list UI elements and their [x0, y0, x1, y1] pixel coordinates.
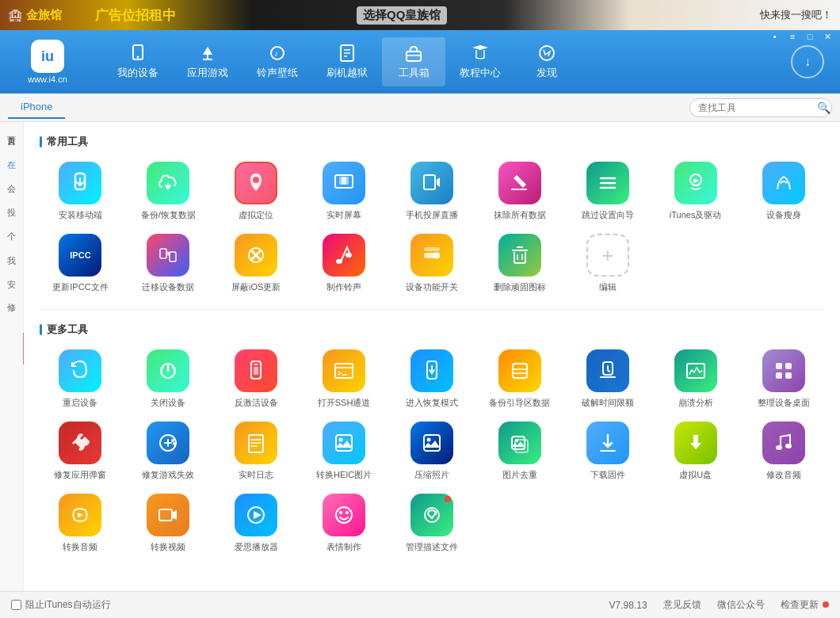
feature-switch-icon: [410, 234, 453, 277]
itunes-checkbox-label[interactable]: 阻止iTunes自动运行: [11, 598, 111, 612]
nav-label-my-device: 我的设备: [117, 66, 158, 80]
tool-block-update[interactable]: 屏蔽iOS更新: [216, 234, 297, 293]
profile-label: 管理描述文件: [406, 541, 458, 553]
backup-icon: [147, 162, 189, 204]
tool-ringtone[interactable]: 制作铃声: [304, 234, 385, 293]
convert-video-label: 转换视频: [151, 541, 185, 553]
tool-convert-audio[interactable]: 转换音频: [40, 494, 121, 553]
tool-fix-game[interactable]: 修复游戏失效: [128, 422, 209, 481]
itunes-checkbox[interactable]: [11, 600, 21, 610]
tool-heic[interactable]: 转换HEIC图片: [304, 422, 385, 481]
crash-analysis-label: 崩溃分析: [678, 397, 713, 409]
tool-screen-live[interactable]: 手机投屏直播: [391, 162, 473, 221]
ipcc-label: 更新IPCC文件: [52, 281, 108, 293]
nav-label-tutorial: 教程中心: [460, 66, 501, 80]
nav-item-tutorial[interactable]: 教程中心: [445, 37, 515, 86]
emoji-label: 表情制作: [326, 541, 361, 553]
tool-reboot[interactable]: 重启设备: [40, 349, 121, 409]
convert-audio-icon: [59, 494, 101, 536]
nav-item-apps[interactable]: 应用游戏: [173, 37, 242, 86]
svg-rect-56: [249, 435, 263, 452]
tool-virtual-location[interactable]: 虚拟定位: [216, 162, 297, 221]
tool-erase-data[interactable]: 抹除所有数据: [479, 162, 560, 221]
close-icon[interactable]: ✕: [821, 30, 834, 43]
common-tools-title: 常用工具: [40, 135, 824, 149]
tool-modify-audio[interactable]: 修改音频: [743, 422, 824, 481]
tool-itunes[interactable]: iTunes及驱动: [655, 162, 736, 221]
tool-fix-app[interactable]: 修复应用弹窗: [40, 422, 121, 481]
restore-icon[interactable]: □: [804, 30, 816, 43]
device-tab[interactable]: iPhone: [8, 96, 65, 119]
tool-convert-video[interactable]: 转换视频: [128, 494, 209, 553]
svg-point-69: [785, 444, 792, 448]
tool-organize-desktop[interactable]: 整理设备桌面: [743, 349, 824, 409]
tool-deactivate[interactable]: 反激活设备: [216, 349, 297, 409]
bottom-bar: 阻止iTunes自动运行 V7.98.13 意见反馈 微信公众号 检查更新: [0, 591, 840, 618]
nav-item-jailbreak[interactable]: 刷机越狱: [312, 37, 382, 86]
nav-bar: ▪ ≡ □ ✕ iu www.i4.cn 我的设备 应用游戏: [0, 30, 840, 93]
block-update-label: 屏蔽iOS更新: [231, 281, 281, 293]
update-button[interactable]: 检查更新: [781, 598, 829, 612]
tool-realtime-screen[interactable]: 实时屏幕: [304, 162, 385, 221]
realtime-log-icon: [235, 422, 277, 464]
tool-virtual-usb[interactable]: 虚拟U盘: [655, 422, 736, 481]
deactivate-label: 反激活设备: [235, 397, 278, 409]
tool-aisi-player[interactable]: 爱思播放器: [216, 494, 297, 553]
feedback-button[interactable]: 意见反馈: [663, 598, 701, 612]
tool-edit-add[interactable]: + 编辑: [567, 234, 648, 293]
tool-photo-dedup[interactable]: 图片去重: [479, 422, 560, 481]
list-view-icon[interactable]: ≡: [786, 30, 799, 43]
tool-install-app[interactable]: 安装移动端: [40, 162, 121, 221]
svg-rect-19: [424, 175, 435, 189]
nav-item-toolbox[interactable]: 工具箱: [382, 37, 445, 86]
nav-label-apps: 应用游戏: [187, 66, 228, 80]
realtime-log-label: 实时日志: [239, 469, 273, 481]
modify-audio-icon: [762, 422, 805, 464]
ipcc-text: IPCC: [70, 250, 90, 260]
convert-audio-label: 转换音频: [63, 541, 97, 553]
tool-crash-analysis[interactable]: 崩溃分析: [655, 349, 736, 409]
svg-point-54: [171, 439, 174, 442]
tool-delete-stubborn[interactable]: 删除顽固图标: [479, 234, 560, 293]
tool-feature-switch[interactable]: 设备功能开关: [391, 234, 473, 293]
nav-item-discover[interactable]: 发现: [515, 37, 578, 86]
svg-point-68: [776, 445, 782, 450]
photo-dedup-label: 图片去重: [502, 469, 537, 481]
tool-ipcc[interactable]: IPCC 更新IPCC文件: [40, 234, 121, 293]
tool-compress-photo[interactable]: 压缩照片: [391, 422, 473, 481]
wechat-button[interactable]: 微信公众号: [717, 598, 765, 612]
tool-shutdown[interactable]: 关闭设备: [128, 349, 209, 409]
svg-rect-18: [342, 177, 346, 185]
tool-realtime-log[interactable]: 实时日志: [216, 422, 297, 481]
tool-migrate[interactable]: 迁移设备数据: [128, 234, 209, 293]
tool-device-slim[interactable]: 设备瘦身: [743, 162, 824, 221]
svg-rect-49: [776, 372, 782, 379]
svg-point-15: [253, 177, 259, 183]
itunes-checkbox-text: 阻止iTunes自动运行: [25, 598, 111, 612]
migrate-label: 迁移设备数据: [142, 281, 194, 293]
tool-time-limit[interactable]: 破解时间限额: [567, 349, 648, 409]
svg-point-27: [336, 259, 342, 264]
tool-firmware[interactable]: 下载固件: [567, 422, 648, 481]
logo: iu www.i4.cn: [8, 40, 87, 84]
tool-profile[interactable]: 管理描述文件: [391, 494, 473, 553]
backup-label: 备份/恢复数据: [141, 209, 196, 221]
toolbox-icon: [403, 44, 425, 63]
tool-recovery[interactable]: 进入恢复模式: [391, 349, 473, 409]
tool-emoji[interactable]: 表情制作: [304, 494, 385, 553]
svg-rect-60: [336, 435, 352, 451]
nav-item-ringtones[interactable]: ♪ 铃声壁纸: [242, 37, 312, 86]
download-button[interactable]: ↓: [791, 45, 824, 78]
nav-item-my-device[interactable]: 我的设备: [103, 37, 173, 86]
svg-rect-50: [785, 372, 792, 379]
minimize-icon[interactable]: ▪: [769, 30, 781, 43]
erase-data-label: 抹除所有数据: [494, 209, 546, 221]
tool-backup-partition[interactable]: 备份引导区数据: [479, 349, 560, 409]
search-input[interactable]: [698, 102, 817, 113]
svg-point-61: [339, 438, 343, 442]
tool-backup[interactable]: 备份/恢复数据: [128, 162, 209, 221]
tool-skip-setup[interactable]: 跳过设置向导: [567, 162, 648, 221]
firmware-icon: [586, 422, 629, 464]
tool-ssh[interactable]: 打开SSH通道: [304, 349, 385, 409]
svg-rect-10: [407, 52, 421, 61]
